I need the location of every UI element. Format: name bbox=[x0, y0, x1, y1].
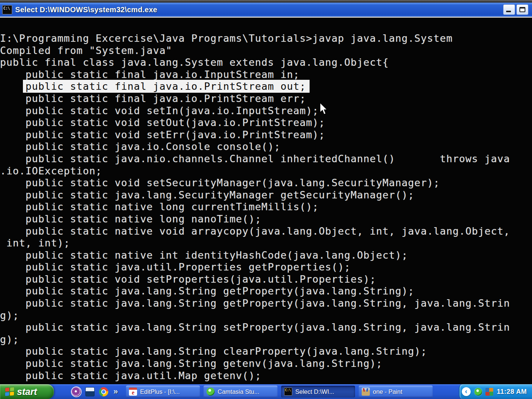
taskbar-button-cmd[interactable]: C:\Select D:\WI... bbox=[281, 386, 355, 398]
terminal-line: public static java.nio.channels.Channel … bbox=[0, 153, 532, 165]
taskbar-button-editplus[interactable]: eEditPlus - [I:\... bbox=[126, 386, 200, 398]
chrome-icon[interactable] bbox=[99, 387, 108, 396]
taskbar-button-camtasia[interactable]: Camtasia Stu... bbox=[204, 386, 277, 398]
taskbar: start » eEditPlus - [I:\...Camtasia Stu.… bbox=[0, 384, 532, 399]
terminal-line: public static java.lang.String clearProp… bbox=[0, 345, 532, 358]
terminal-line: public static final java.io.PrintStream … bbox=[0, 93, 532, 105]
taskbar-button-label: Camtasia Stu... bbox=[218, 388, 259, 395]
quick-launch-bar bbox=[72, 387, 108, 396]
camtasia-icon bbox=[207, 388, 215, 396]
terminal-line: int, int); bbox=[0, 237, 532, 249]
mouse-cursor bbox=[318, 103, 329, 115]
terminal-line: public static void setOut(java.io.PrintS… bbox=[0, 117, 532, 129]
window-top-edge bbox=[0, 0, 532, 3]
clock: 11:28 AM bbox=[497, 388, 527, 396]
minimize-button[interactable] bbox=[503, 4, 515, 15]
taskbar-button-paint[interactable]: one - Paint bbox=[359, 386, 433, 398]
terminal-line: public static void setErr(java.io.PrintS… bbox=[0, 129, 532, 141]
purple-app-icon[interactable] bbox=[72, 387, 81, 396]
selected-text: public static final java.io.PrintStream … bbox=[23, 80, 310, 93]
taskbar-button-label: Select D:\WI... bbox=[295, 388, 334, 395]
terminal-line: g); bbox=[0, 334, 532, 346]
taskbar-button-label: one - Paint bbox=[373, 388, 402, 395]
terminal-line: g); bbox=[0, 310, 532, 322]
terminal-line: Compiled from "System.java" bbox=[0, 45, 532, 57]
terminal-line: public static native void arraycopy(java… bbox=[0, 225, 532, 238]
taskbar-button-label: EditPlus - [I:\... bbox=[140, 388, 180, 395]
cmd-icon: C:\ bbox=[2, 5, 12, 14]
terminal-line: public static native long currentTimeMil… bbox=[0, 201, 532, 213]
window-controls bbox=[503, 4, 530, 15]
terminal-line: public static void setSecurityManager(ja… bbox=[0, 177, 532, 189]
terminal-line: public static java.util.Map getenv(); bbox=[0, 370, 532, 382]
terminal-line-selected: public static final java.io.PrintStream … bbox=[0, 81, 532, 93]
terminal-line: public static java.lang.String setProper… bbox=[0, 321, 532, 334]
terminal-line: public static java.lang.String getenv(ja… bbox=[0, 358, 532, 370]
start-button[interactable]: start bbox=[0, 384, 54, 399]
task-button-area: eEditPlus - [I:\...Camtasia Stu...C:\Sel… bbox=[126, 386, 433, 398]
terminal-line: public static void setIn(java.io.InputSt… bbox=[0, 105, 532, 117]
start-label: start bbox=[17, 386, 39, 397]
terminal-line: public static final java.io.InputStream … bbox=[0, 69, 532, 81]
terminal-line: public final class java.lang.System exte… bbox=[0, 57, 532, 69]
terminal-line: public static java.util.Properties getPr… bbox=[0, 261, 532, 273]
minimize-icon bbox=[506, 11, 511, 12]
monitor-app-icon[interactable] bbox=[85, 387, 95, 396]
terminal-line: public static java.lang.String getProper… bbox=[0, 285, 532, 297]
terminal-line: .io.IOException; bbox=[0, 165, 532, 177]
cmd-icon-glyph: C:\ bbox=[3, 6, 10, 10]
terminal-line: public static native int identityHashCod… bbox=[0, 249, 532, 262]
terminal-line: public static void setProperties(java.ut… bbox=[0, 273, 532, 286]
console-output[interactable]: I:\Programming Excercise\Java Programs\T… bbox=[0, 18, 532, 384]
titlebar[interactable]: C:\ Select D:\WINDOWS\system32\cmd.exe bbox=[0, 3, 532, 17]
camtasia-tray-icon[interactable] bbox=[474, 388, 482, 396]
system-tray: ‹ 11:28 AM bbox=[459, 384, 532, 399]
terminal-line: public static java.lang.SecurityManager … bbox=[0, 189, 532, 201]
editplus-icon: e bbox=[129, 388, 137, 396]
tray-icons bbox=[474, 388, 493, 396]
terminal-line: public static native long nanoTime(); bbox=[0, 213, 532, 225]
screen: C:\ Select D:\WINDOWS\system32\cmd.exe I… bbox=[0, 0, 532, 399]
quick-launch-overflow-icon[interactable]: » bbox=[113, 387, 118, 396]
display-settings-tray-icon[interactable] bbox=[485, 388, 493, 396]
paint-icon bbox=[362, 388, 370, 396]
terminal-line: I:\Programming Excercise\Java Programs\T… bbox=[0, 33, 532, 45]
windows-flag-icon bbox=[5, 387, 14, 396]
terminal-line: public static java.io.Console console(); bbox=[0, 141, 532, 153]
terminal-line: public static java.lang.String getProper… bbox=[0, 297, 532, 310]
tray-collapse-icon[interactable]: ‹ bbox=[462, 387, 471, 396]
maximize-button[interactable] bbox=[516, 4, 528, 15]
cmd-icon: C:\ bbox=[284, 388, 292, 396]
maximize-icon bbox=[519, 7, 525, 12]
window-title: Select D:\WINDOWS\system32\cmd.exe bbox=[15, 6, 157, 14]
